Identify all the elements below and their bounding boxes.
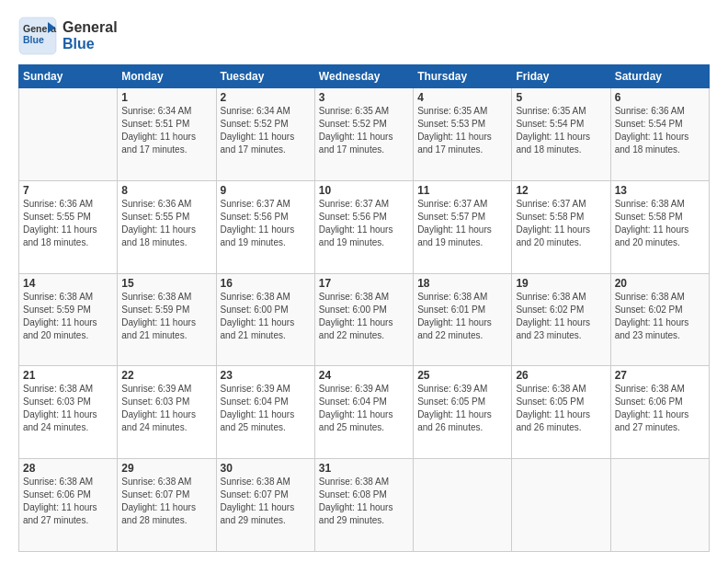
- header: General Blue General Blue: [18, 17, 710, 55]
- calendar-cell: 28Sunrise: 6:38 AM Sunset: 6:06 PM Dayli…: [19, 459, 118, 552]
- calendar-cell: 25Sunrise: 6:39 AM Sunset: 6:05 PM Dayli…: [414, 366, 512, 459]
- calendar-cell: 20Sunrise: 6:38 AM Sunset: 6:02 PM Dayli…: [610, 273, 709, 366]
- day-number: 1: [121, 91, 211, 104]
- day-number: 31: [319, 462, 409, 475]
- calendar-cell: 27Sunrise: 6:38 AM Sunset: 6:06 PM Dayli…: [610, 366, 709, 459]
- day-info: Sunrise: 6:38 AM Sunset: 5:58 PM Dayligh…: [615, 198, 705, 249]
- day-info: Sunrise: 6:38 AM Sunset: 6:05 PM Dayligh…: [516, 383, 606, 434]
- day-info: Sunrise: 6:38 AM Sunset: 6:08 PM Dayligh…: [319, 476, 409, 527]
- day-info: Sunrise: 6:38 AM Sunset: 6:03 PM Dayligh…: [23, 383, 113, 434]
- day-info: Sunrise: 6:39 AM Sunset: 6:05 PM Dayligh…: [417, 383, 507, 434]
- calendar-header-monday: Monday: [118, 65, 216, 88]
- calendar-header-saturday: Saturday: [610, 65, 709, 88]
- calendar-header-friday: Friday: [512, 65, 610, 88]
- calendar-cell: 4Sunrise: 6:35 AM Sunset: 5:53 PM Daylig…: [414, 88, 512, 181]
- day-info: Sunrise: 6:34 AM Sunset: 5:52 PM Dayligh…: [221, 105, 311, 156]
- day-number: 14: [23, 277, 113, 290]
- calendar-cell: 29Sunrise: 6:38 AM Sunset: 6:07 PM Dayli…: [118, 459, 216, 552]
- day-number: 15: [121, 277, 211, 290]
- logo-svg: General Blue: [18, 17, 57, 55]
- calendar-cell: 5Sunrise: 6:35 AM Sunset: 5:54 PM Daylig…: [512, 88, 610, 181]
- day-number: 20: [615, 277, 705, 290]
- calendar: SundayMondayTuesdayWednesdayThursdayFrid…: [18, 64, 710, 552]
- day-info: Sunrise: 6:38 AM Sunset: 6:06 PM Dayligh…: [23, 476, 113, 527]
- day-number: 25: [417, 369, 507, 382]
- day-number: 8: [121, 184, 211, 197]
- logo-text-blue: Blue: [63, 36, 118, 52]
- day-number: 12: [516, 184, 606, 197]
- day-info: Sunrise: 6:39 AM Sunset: 6:03 PM Dayligh…: [121, 383, 211, 434]
- day-number: 22: [121, 369, 211, 382]
- day-info: Sunrise: 6:38 AM Sunset: 5:59 PM Dayligh…: [121, 291, 211, 342]
- day-number: 28: [23, 462, 113, 475]
- calendar-cell: 12Sunrise: 6:37 AM Sunset: 5:58 PM Dayli…: [512, 180, 610, 273]
- day-info: Sunrise: 6:37 AM Sunset: 5:56 PM Dayligh…: [221, 198, 311, 249]
- day-info: Sunrise: 6:36 AM Sunset: 5:55 PM Dayligh…: [121, 198, 211, 249]
- day-info: Sunrise: 6:37 AM Sunset: 5:56 PM Dayligh…: [319, 198, 409, 249]
- day-info: Sunrise: 6:38 AM Sunset: 6:02 PM Dayligh…: [615, 291, 705, 342]
- day-info: Sunrise: 6:35 AM Sunset: 5:53 PM Dayligh…: [417, 105, 507, 156]
- calendar-cell: 30Sunrise: 6:38 AM Sunset: 6:07 PM Dayli…: [216, 459, 314, 552]
- calendar-cell: 2Sunrise: 6:34 AM Sunset: 5:52 PM Daylig…: [216, 88, 314, 181]
- day-info: Sunrise: 6:38 AM Sunset: 6:07 PM Dayligh…: [121, 476, 211, 527]
- day-number: 27: [615, 369, 705, 382]
- calendar-cell: 17Sunrise: 6:38 AM Sunset: 6:00 PM Dayli…: [314, 273, 413, 366]
- day-number: 16: [221, 277, 311, 290]
- day-info: Sunrise: 6:39 AM Sunset: 6:04 PM Dayligh…: [221, 383, 311, 434]
- day-number: 26: [516, 369, 606, 382]
- day-number: 21: [23, 369, 113, 382]
- calendar-cell: 9Sunrise: 6:37 AM Sunset: 5:56 PM Daylig…: [216, 180, 314, 273]
- calendar-cell: 24Sunrise: 6:39 AM Sunset: 6:04 PM Dayli…: [314, 366, 413, 459]
- calendar-cell: 16Sunrise: 6:38 AM Sunset: 6:00 PM Dayli…: [216, 273, 314, 366]
- day-number: 17: [319, 277, 409, 290]
- day-info: Sunrise: 6:38 AM Sunset: 6:01 PM Dayligh…: [417, 291, 507, 342]
- calendar-cell: 10Sunrise: 6:37 AM Sunset: 5:56 PM Dayli…: [314, 180, 413, 273]
- day-number: 9: [221, 184, 311, 197]
- calendar-header-tuesday: Tuesday: [216, 65, 314, 88]
- calendar-cell: 14Sunrise: 6:38 AM Sunset: 5:59 PM Dayli…: [19, 273, 118, 366]
- calendar-header-wednesday: Wednesday: [314, 65, 413, 88]
- calendar-cell: 26Sunrise: 6:38 AM Sunset: 6:05 PM Dayli…: [512, 366, 610, 459]
- day-info: Sunrise: 6:37 AM Sunset: 5:57 PM Dayligh…: [417, 198, 507, 249]
- day-info: Sunrise: 6:39 AM Sunset: 6:04 PM Dayligh…: [319, 383, 409, 434]
- calendar-cell: 19Sunrise: 6:38 AM Sunset: 6:02 PM Dayli…: [512, 273, 610, 366]
- day-number: 3: [319, 91, 409, 104]
- day-number: 19: [516, 277, 606, 290]
- calendar-cell: 13Sunrise: 6:38 AM Sunset: 5:58 PM Dayli…: [610, 180, 709, 273]
- day-info: Sunrise: 6:38 AM Sunset: 6:00 PM Dayligh…: [319, 291, 409, 342]
- svg-text:Blue: Blue: [23, 34, 44, 45]
- calendar-cell: 6Sunrise: 6:36 AM Sunset: 5:54 PM Daylig…: [610, 88, 709, 181]
- day-number: 6: [615, 91, 705, 104]
- logo: General Blue General Blue: [18, 17, 118, 55]
- day-info: Sunrise: 6:38 AM Sunset: 6:02 PM Dayligh…: [516, 291, 606, 342]
- day-number: 10: [319, 184, 409, 197]
- day-number: 30: [221, 462, 311, 475]
- day-number: 5: [516, 91, 606, 104]
- logo-text-general: General: [63, 19, 118, 36]
- day-info: Sunrise: 6:35 AM Sunset: 5:54 PM Dayligh…: [516, 105, 606, 156]
- calendar-cell: 22Sunrise: 6:39 AM Sunset: 6:03 PM Dayli…: [118, 366, 216, 459]
- calendar-cell: [610, 459, 709, 552]
- day-number: 18: [417, 277, 507, 290]
- page: General Blue General Blue SundayMondayTu…: [0, 0, 728, 563]
- day-info: Sunrise: 6:38 AM Sunset: 5:59 PM Dayligh…: [23, 291, 113, 342]
- day-number: 7: [23, 184, 113, 197]
- day-number: 2: [221, 91, 311, 104]
- calendar-cell: 18Sunrise: 6:38 AM Sunset: 6:01 PM Dayli…: [414, 273, 512, 366]
- day-info: Sunrise: 6:38 AM Sunset: 6:00 PM Dayligh…: [221, 291, 311, 342]
- day-info: Sunrise: 6:37 AM Sunset: 5:58 PM Dayligh…: [516, 198, 606, 249]
- day-number: 29: [121, 462, 211, 475]
- calendar-cell: 1Sunrise: 6:34 AM Sunset: 5:51 PM Daylig…: [118, 88, 216, 181]
- day-info: Sunrise: 6:34 AM Sunset: 5:51 PM Dayligh…: [121, 105, 211, 156]
- day-number: 4: [417, 91, 507, 104]
- day-info: Sunrise: 6:38 AM Sunset: 6:06 PM Dayligh…: [615, 383, 705, 434]
- calendar-cell: 23Sunrise: 6:39 AM Sunset: 6:04 PM Dayli…: [216, 366, 314, 459]
- day-number: 23: [221, 369, 311, 382]
- day-info: Sunrise: 6:35 AM Sunset: 5:52 PM Dayligh…: [319, 105, 409, 156]
- day-number: 24: [319, 369, 409, 382]
- calendar-cell: 3Sunrise: 6:35 AM Sunset: 5:52 PM Daylig…: [314, 88, 413, 181]
- calendar-header-sunday: Sunday: [19, 65, 118, 88]
- day-info: Sunrise: 6:36 AM Sunset: 5:54 PM Dayligh…: [615, 105, 705, 156]
- calendar-cell: 11Sunrise: 6:37 AM Sunset: 5:57 PM Dayli…: [414, 180, 512, 273]
- calendar-cell: 21Sunrise: 6:38 AM Sunset: 6:03 PM Dayli…: [19, 366, 118, 459]
